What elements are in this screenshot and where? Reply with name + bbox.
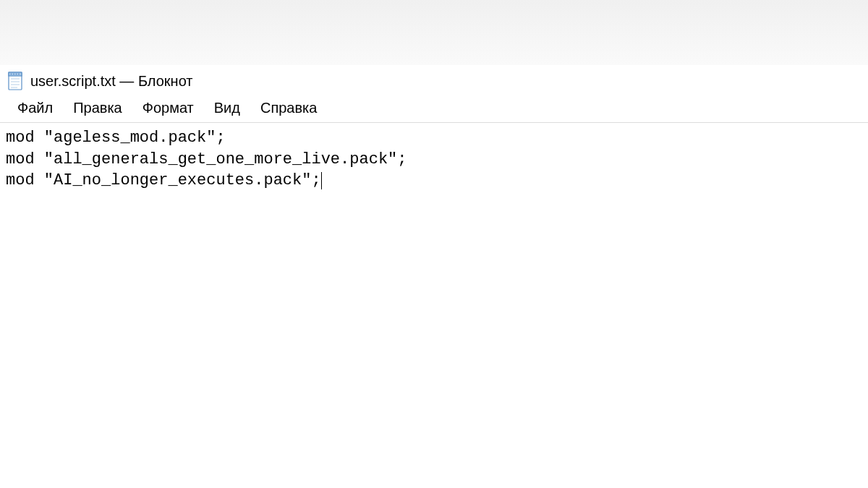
text-cursor — [321, 172, 322, 189]
notepad-window: user.script.txt — Блокнот Файл Правка Фо… — [0, 65, 868, 470]
menu-view[interactable]: Вид — [204, 98, 250, 118]
menu-bar: Файл Правка Формат Вид Справка — [0, 95, 868, 123]
window-title-separator: — — [116, 73, 138, 89]
notepad-icon — [7, 71, 25, 91]
window-title: user.script.txt — Блокнот — [30, 73, 193, 90]
menu-help[interactable]: Справка — [250, 98, 327, 118]
menu-format[interactable]: Формат — [132, 98, 204, 118]
svg-point-5 — [18, 74, 20, 75]
menu-file[interactable]: Файл — [7, 98, 63, 118]
menu-edit[interactable]: Правка — [63, 98, 132, 118]
title-bar[interactable]: user.script.txt — Блокнот — [0, 65, 868, 95]
svg-point-4 — [16, 74, 17, 75]
svg-point-3 — [13, 74, 14, 75]
window-app-name: Блокнот — [138, 73, 193, 89]
svg-point-2 — [11, 74, 12, 75]
text-editor-area[interactable]: mod "ageless_mod.pack"; mod "all_general… — [0, 123, 868, 470]
window-filename: user.script.txt — [30, 73, 116, 89]
desktop-background-strip — [0, 0, 868, 65]
